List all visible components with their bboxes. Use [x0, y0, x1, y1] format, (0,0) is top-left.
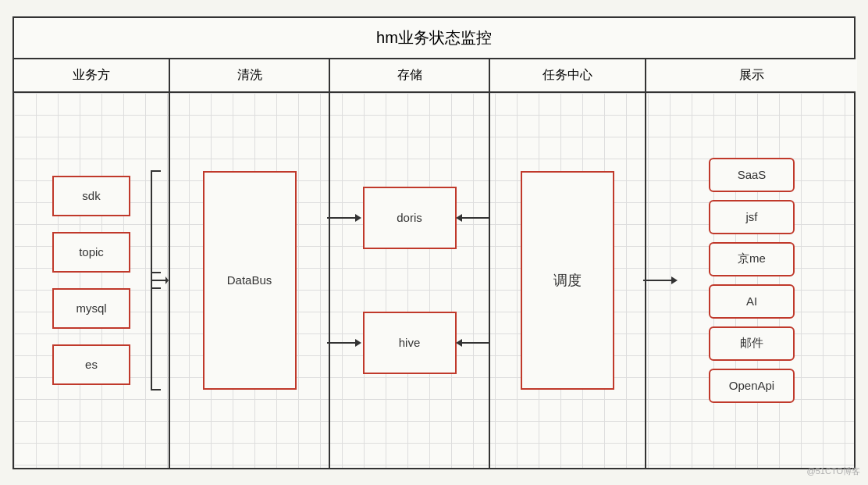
svg-marker-8 [456, 214, 462, 222]
display-item-jsf: jsf [709, 200, 795, 234]
header-cunchu: 存储 [330, 59, 490, 91]
arrow-schedule-hive [456, 335, 490, 351]
display-item-youjian: 邮件 [709, 326, 795, 361]
source-item-mysql: mysql [52, 288, 130, 329]
col-zhanshi: SaaS jsf 京me AI 邮件 OpenApi [646, 93, 857, 468]
col-renwu: 调度 [490, 93, 646, 468]
task-box: 调度 [521, 171, 614, 390]
header-renwu: 任务中心 [490, 59, 646, 91]
arrow-schedule-doris [456, 210, 490, 226]
diagram-title: hm业务状态监控 [14, 18, 854, 59]
storage-item-doris: doris [363, 187, 457, 249]
watermark: @51CTO博客 [807, 465, 860, 477]
display-items-list: SaaS jsf 京me AI 邮件 OpenApi [646, 93, 857, 468]
header-zhanshi: 展示 [646, 59, 857, 91]
bracket-icon [145, 155, 169, 405]
content-row: sdk topic mysql es [14, 93, 854, 468]
source-item-topic: topic [52, 232, 130, 273]
col-yewufang: sdk topic mysql es [14, 93, 170, 468]
databus-box: DataBus [203, 171, 297, 390]
col-cunchu: doris hive [330, 93, 490, 468]
source-item-es: es [52, 344, 130, 385]
source-item-sdk: sdk [52, 176, 130, 216]
diagram-container: hm业务状态监控 业务方 清洗 存储 任务中心 展示 sdk topic mys… [12, 16, 856, 469]
svg-marker-10 [456, 339, 462, 347]
display-item-ai: AI [709, 284, 795, 319]
display-item-jingme: 京me [709, 242, 795, 276]
display-item-openapi: OpenApi [709, 369, 795, 403]
display-item-saas: SaaS [709, 158, 795, 192]
storage-item-hive: hive [363, 312, 457, 374]
header-yewufang: 业务方 [14, 59, 170, 91]
col-qingxi: DataBus [170, 93, 330, 468]
storage-items-list: doris hive [330, 93, 489, 468]
svg-marker-2 [165, 276, 169, 284]
headers-row: 业务方 清洗 存储 任务中心 展示 [14, 59, 854, 93]
header-qingxi: 清洗 [170, 59, 330, 91]
